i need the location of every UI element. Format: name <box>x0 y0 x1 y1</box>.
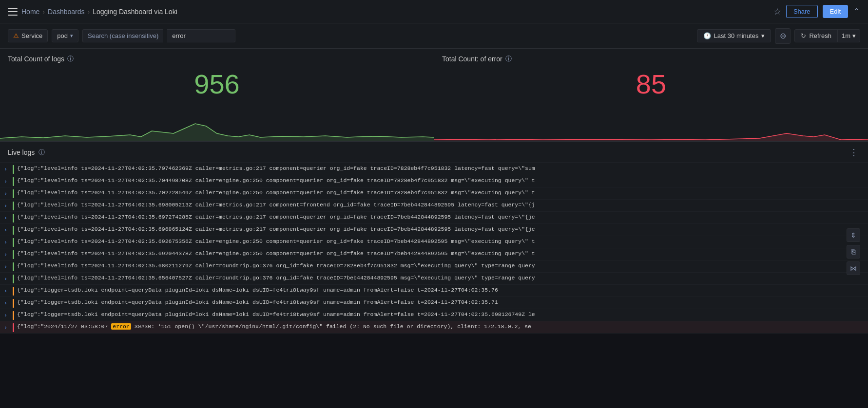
pod-filter-button[interactable]: pod ▾ <box>52 29 78 42</box>
clock-icon: 🕐 <box>703 32 711 39</box>
breadcrumb-sep1: › <box>42 8 45 16</box>
log-row: ›{"log":"level=info ts=2024-11-27T04:02:… <box>0 175 868 187</box>
copy-logs-icon[interactable]: ⎘ <box>847 245 860 259</box>
log-expand-icon[interactable]: › <box>4 250 12 259</box>
panel-menu-button[interactable]: ⋮ <box>848 147 860 158</box>
total-logs-label: Total Count of logs <box>8 55 64 63</box>
toolbar-left: ⚠ Service pod ▾ Search (case insensitive… <box>8 29 692 42</box>
log-text: {"log":"level=info ts=2024-11-27T04:02:3… <box>17 188 864 197</box>
hamburger-menu[interactable] <box>8 8 18 16</box>
log-text: {"log":"level=info ts=2024-11-27T04:02:3… <box>17 274 864 282</box>
live-logs-panel: Live logs ⓘ ⋮ ›{"log":"level=info ts=202… <box>0 141 868 334</box>
toolbar-right: 🕐 Last 30 minutes ▾ ⊖ ↻ Refresh 1m ▾ <box>697 28 860 44</box>
log-text: {"log":"level=info ts=2024-11-27T04:02:3… <box>17 261 864 270</box>
error-count-title: Total Count: of error ⓘ <box>442 55 860 63</box>
total-logs-panel: Total Count of logs ⓘ 956 <box>0 49 434 141</box>
log-text: {"log":"logger=tsdb.loki endpoint=queryD… <box>17 298 864 306</box>
zoom-out-icon: ⊖ <box>780 31 786 40</box>
live-logs-title-area: Live logs ⓘ <box>8 148 45 157</box>
error-highlight: error <box>111 323 131 330</box>
log-expand-icon[interactable]: › <box>4 214 12 222</box>
log-level-bar <box>13 323 14 332</box>
interval-selector[interactable]: 1m ▾ <box>838 30 860 42</box>
chevron-up-icon[interactable]: ⌃ <box>853 6 860 17</box>
log-row: ›{"log":"level=info ts=2024-11-27T04:02:… <box>0 187 868 200</box>
log-text: {"log":"logger=tsdb.loki endpoint=queryD… <box>17 286 864 294</box>
log-level-bar <box>13 299 14 308</box>
edit-button[interactable]: Edit <box>823 5 848 18</box>
service-label: Service <box>21 32 42 39</box>
log-level-bar <box>13 238 14 247</box>
log-actions: ⇕ ⎘ ⋈ <box>847 228 860 275</box>
time-chevron-icon: ▾ <box>761 32 765 39</box>
time-picker[interactable]: 🕐 Last 30 minutes ▾ <box>697 29 772 42</box>
toolbar: ⚠ Service pod ▾ Search (case insensitive… <box>0 23 868 49</box>
interval-label: 1m <box>842 32 850 39</box>
log-row: ›{"log":"level=info ts=2024-11-27T04:02:… <box>0 212 868 224</box>
log-row: ›{"log":"level=info ts=2024-11-27T04:02:… <box>0 236 868 248</box>
expand-logs-icon[interactable]: ⇕ <box>847 228 860 242</box>
log-expand-icon[interactable]: › <box>4 165 12 173</box>
total-logs-value: 956 <box>8 68 426 100</box>
breadcrumb-sep2: › <box>88 8 90 16</box>
log-text: {"log":"level=info ts=2024-11-27T04:02:3… <box>17 249 864 258</box>
log-row: ›{"log":"level=info ts=2024-11-27T04:02:… <box>0 273 868 285</box>
breadcrumb-current: Logging Dashboard via Loki <box>93 8 177 16</box>
log-expand-icon[interactable]: › <box>4 177 12 185</box>
total-logs-title: Total Count of logs ⓘ <box>8 55 426 63</box>
log-text: {"log":"level=info ts=2024-11-27T04:02:3… <box>17 225 864 233</box>
log-text: {"log":"2024/11/27 03:58:07 error 30#30:… <box>17 322 864 331</box>
share-button[interactable]: Share <box>786 5 818 18</box>
refresh-button[interactable]: ↻ Refresh 1m ▾ <box>794 29 860 42</box>
log-text: {"log":"level=info ts=2024-11-27T04:02:3… <box>17 201 864 209</box>
log-level-bar <box>13 202 14 210</box>
log-row: ›{"log":"level=info ts=2024-11-27T04:02:… <box>0 163 868 175</box>
log-expand-icon[interactable]: › <box>4 311 12 319</box>
pod-label: pod <box>57 32 68 39</box>
breadcrumb-dashboards[interactable]: Dashboards <box>48 8 85 16</box>
log-text: {"log":"level=info ts=2024-11-27T04:02:3… <box>17 164 864 172</box>
error-count-value: 85 <box>442 68 860 100</box>
panels-row: Total Count of logs ⓘ 956 Total Count: o… <box>0 49 868 141</box>
share-logs-icon[interactable]: ⋈ <box>847 261 860 275</box>
log-level-bar <box>13 214 14 223</box>
log-expand-icon[interactable]: › <box>4 287 12 295</box>
log-expand-icon[interactable]: › <box>4 323 12 332</box>
info-icon-left[interactable]: ⓘ <box>67 55 74 63</box>
zoom-out-button[interactable]: ⊖ <box>775 28 791 44</box>
log-entries: ›{"log":"level=info ts=2024-11-27T04:02:… <box>0 163 868 334</box>
log-expand-icon[interactable]: › <box>4 299 12 307</box>
log-expand-icon[interactable]: › <box>4 226 12 234</box>
log-row: ›{"log":"level=info ts=2024-11-27T04:02:… <box>0 248 868 260</box>
search-input[interactable] <box>167 29 235 42</box>
log-expand-icon[interactable]: › <box>4 189 12 198</box>
refresh-label-area[interactable]: ↻ Refresh <box>795 30 838 42</box>
log-text: {"log":"level=info ts=2024-11-27T04:02:3… <box>17 213 864 221</box>
star-icon[interactable]: ☆ <box>773 6 781 17</box>
log-row: ›{"log":"logger=tsdb.loki endpoint=query… <box>0 309 868 321</box>
log-row: ›{"log":"logger=tsdb.loki endpoint=query… <box>0 297 868 309</box>
log-level-bar <box>13 287 14 296</box>
log-level-bar <box>13 311 14 320</box>
live-logs-label: Live logs <box>8 148 35 156</box>
log-expand-icon[interactable]: › <box>4 238 12 246</box>
log-expand-icon[interactable]: › <box>4 275 12 283</box>
info-icon-logs[interactable]: ⓘ <box>39 148 45 157</box>
info-icon-right[interactable]: ⓘ <box>505 55 512 63</box>
log-level-bar <box>13 275 14 283</box>
breadcrumb-home[interactable]: Home <box>21 8 39 16</box>
log-expand-icon[interactable]: › <box>4 262 12 271</box>
log-text: {"log":"logger=tsdb.loki endpoint=queryD… <box>17 310 864 318</box>
log-expand-icon[interactable]: › <box>4 202 12 210</box>
log-row: ›{"log":"level=info ts=2024-11-27T04:02:… <box>0 224 868 236</box>
log-level-bar <box>13 226 14 235</box>
breadcrumb: Home › Dashboards › Logging Dashboard vi… <box>21 8 177 16</box>
log-level-bar <box>13 262 14 271</box>
error-count-panel: Total Count: of error ⓘ 85 <box>434 49 868 141</box>
log-text: {"log":"level=info ts=2024-11-27T04:02:3… <box>17 176 864 185</box>
error-count-label: Total Count: of error <box>442 55 502 63</box>
service-filter-button[interactable]: ⚠ Service <box>8 29 48 42</box>
refresh-icon: ↻ <box>801 32 806 39</box>
interval-chevron-icon: ▾ <box>852 32 856 39</box>
search-label: Search (case insensitive) <box>82 29 163 42</box>
